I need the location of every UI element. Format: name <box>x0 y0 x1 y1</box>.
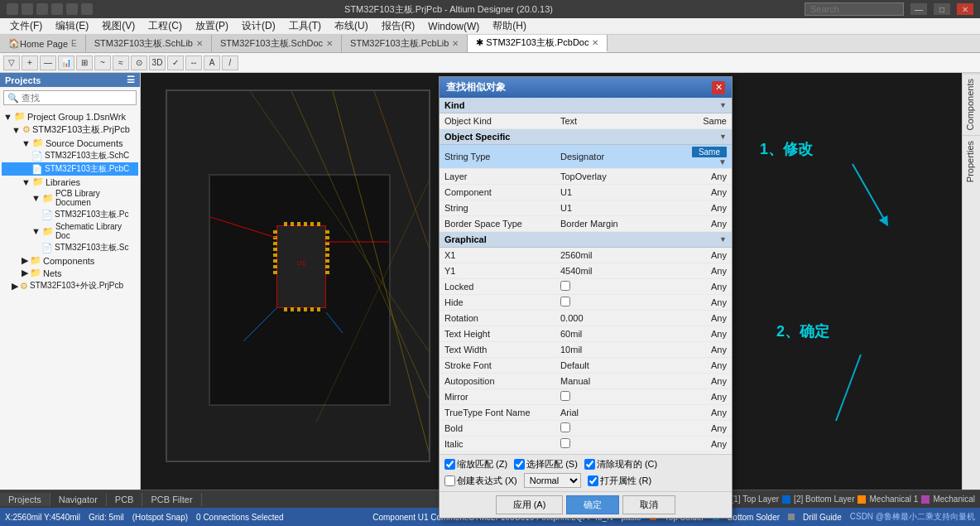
locked-checkbox[interactable] <box>560 281 570 291</box>
create-expression-checkbox[interactable] <box>444 475 455 486</box>
title-search-input[interactable] <box>805 2 904 16</box>
tb-line[interactable]: / <box>222 55 238 70</box>
clear-existing-checkbox[interactable] <box>584 459 595 470</box>
tree-main-project[interactable]: ▼ ⚙ STM32F103主板.PrjPcb <box>2 123 138 137</box>
tb-route2[interactable]: ≈ <box>113 55 129 70</box>
zoom-match-label[interactable]: 缩放匹配 (Z) <box>444 458 507 471</box>
hide-checkbox[interactable] <box>560 297 570 306</box>
tab-pcbdoc-close[interactable]: ✕ <box>592 38 598 47</box>
apply-button[interactable]: 应用 (A) <box>496 495 564 514</box>
panel-menu-icon[interactable]: ☰ <box>127 75 135 85</box>
tb-add[interactable]: + <box>22 55 38 70</box>
menu-tools[interactable]: 工具(T) <box>282 18 328 34</box>
right-tab-properties[interactable]: Properties <box>963 135 980 187</box>
prop-value-string: U1 <box>555 201 682 215</box>
annotation-step2: 2、确定 <box>776 321 829 341</box>
prop-right-string-type[interactable]: Same ▼ <box>682 145 732 168</box>
tree-source-docs[interactable]: ▼ 📁 Source Documents <box>2 137 138 149</box>
layer-mech1-label[interactable]: Mechanical 1 <box>869 495 918 504</box>
menu-design[interactable]: 设计(D) <box>235 18 282 34</box>
menu-window[interactable]: Window(W) <box>421 20 486 33</box>
tab-pcblib-close[interactable]: ✕ <box>452 39 459 48</box>
prop-right-object-kind: Same <box>682 114 732 128</box>
snap-display: (Hotspot Snap) <box>132 513 188 522</box>
tb-check[interactable]: ✓ <box>167 55 184 70</box>
tab-pcblib[interactable]: STM32F103主板.PcbLib ✕ <box>342 35 468 52</box>
tb-route[interactable]: ~ <box>94 55 111 70</box>
bottom-tab-projects[interactable]: Projects <box>0 493 50 506</box>
menu-report[interactable]: 报告(R) <box>375 18 422 34</box>
dialog-title-bar[interactable]: 查找相似对象 ✕ <box>440 77 732 98</box>
ok-button[interactable]: 确定 <box>566 495 619 514</box>
style-select[interactable]: Normal Highlight Zoom Select <box>524 473 581 488</box>
layer-mech-label[interactable]: Mechanical <box>933 495 975 504</box>
layer-1-label[interactable]: [1] Top Layer <box>731 495 779 504</box>
cancel-button[interactable]: 取消 <box>622 495 675 514</box>
layer-mech1-dot <box>858 495 866 504</box>
tab-schlib[interactable]: STM32F103主板.SchLib ✕ <box>86 35 212 52</box>
select-match-checkbox[interactable] <box>514 459 525 470</box>
tab-home-close[interactable]: E <box>71 39 77 48</box>
tree-pcblib[interactable]: 📄 STM32F103主板.Pc <box>2 208 138 221</box>
minimize-button[interactable]: — <box>910 3 927 15</box>
maximize-button[interactable]: □ <box>934 3 950 15</box>
tb-filter[interactable]: ▽ <box>3 55 20 70</box>
clear-existing-label[interactable]: 清除现有的 (C) <box>584 458 657 471</box>
tree-pcbc[interactable]: 📄 STM32F103主板.PcbC <box>2 162 138 176</box>
tab-pcbdoc[interactable]: ✱ STM32F103主板.PcbDoc ✕ <box>468 35 608 52</box>
bottom-tab-pcb[interactable]: PCB <box>107 493 143 506</box>
tab-schlib-close[interactable]: ✕ <box>196 39 203 48</box>
tree-pcb-lib-folder[interactable]: ▼ 📁 PCB Library Documen <box>2 188 138 208</box>
dialog-close-button[interactable]: ✕ <box>712 81 725 94</box>
dialog-scroll-area[interactable]: Kind ▼ Object Kind Text Same Object Spec… <box>440 98 732 454</box>
tb-measure[interactable]: ↔ <box>185 55 202 70</box>
bottom-tab-pcbfilter[interactable]: PCB Filter <box>142 493 201 506</box>
tree-components[interactable]: ▶ 📁 Components <box>2 254 138 267</box>
tree-sch-lib-folder[interactable]: ▼ 📁 Schematic Library Doc <box>2 221 138 241</box>
section-objspec-toggle[interactable]: ▼ <box>719 133 727 141</box>
prop-value-border-space: Border Margin <box>555 217 682 230</box>
menu-file[interactable]: 文件(F) <box>3 18 49 34</box>
drill-guide-label[interactable]: Drill Guide <box>803 513 842 522</box>
tree-project-2[interactable]: ▶ ⚙ STM32F103+外设.PrjPcb <box>2 279 138 292</box>
tab-home[interactable]: 🏠 Home Page E <box>0 35 86 52</box>
tree-schc[interactable]: 📄 STM32F103主板.SchC <box>2 149 138 162</box>
tab-schdoc-close[interactable]: ✕ <box>326 39 333 48</box>
create-expression-label[interactable]: 创建表达式 (X) <box>444 475 517 487</box>
bold-checkbox[interactable] <box>560 422 570 432</box>
tb-text[interactable]: A <box>204 55 220 70</box>
open-properties-label[interactable]: 打开属性 (R) <box>588 475 651 487</box>
mirror-checkbox[interactable] <box>560 391 570 401</box>
menu-help[interactable]: 帮助(H) <box>486 18 533 34</box>
tab-schdoc[interactable]: STM32F103主板.SchDoc ✕ <box>212 35 342 52</box>
panel-search-input[interactable] <box>3 90 137 105</box>
menu-route[interactable]: 布线(U) <box>328 18 375 34</box>
menu-project[interactable]: 工程(C) <box>142 18 189 34</box>
menu-view[interactable]: 视图(V) <box>95 18 142 34</box>
section-kind-toggle[interactable]: ▼ <box>719 101 727 109</box>
section-kind-label: Kind <box>444 100 464 110</box>
open-properties-checkbox[interactable] <box>588 475 598 486</box>
tb-chart[interactable]: 📊 <box>58 55 74 70</box>
dialog-footer: 缩放匹配 (Z) 选择匹配 (S) 清除现有的 (C) 创建表达式 (X) No… <box>440 454 732 491</box>
zoom-match-checkbox[interactable] <box>444 459 455 470</box>
right-tab-components[interactable]: Components <box>963 73 980 135</box>
prop-right-component: Any <box>682 186 732 199</box>
layer-2-label[interactable]: [2] Bottom Layer <box>794 495 854 504</box>
tree-nets[interactable]: ▶ 📁 Nets <box>2 267 138 279</box>
tb-minus[interactable]: — <box>40 55 56 70</box>
tb-net[interactable]: ⊞ <box>76 55 93 70</box>
tree-schlib[interactable]: 📄 STM32F103主板.Sc <box>2 241 138 254</box>
tree-libraries[interactable]: ▼ 📁 Libraries <box>2 176 138 188</box>
menu-edit[interactable]: 编辑(E) <box>49 18 95 34</box>
bottom-solder-label[interactable]: Bottom Solder <box>728 513 780 522</box>
bottom-tab-navigator[interactable]: Navigator <box>50 493 107 506</box>
tb-3d[interactable]: 3D <box>149 55 166 70</box>
close-button[interactable]: ✕ <box>957 3 973 15</box>
tree-project-group[interactable]: ▼ 📁 Project Group 1.DsnWrk <box>2 110 138 123</box>
menu-place[interactable]: 放置(P) <box>189 18 235 34</box>
tb-drill[interactable]: ⊙ <box>131 55 147 70</box>
section-graphical-toggle[interactable]: ▼ <box>719 235 727 244</box>
italic-checkbox[interactable] <box>560 438 570 448</box>
select-match-label[interactable]: 选择匹配 (S) <box>514 458 578 471</box>
